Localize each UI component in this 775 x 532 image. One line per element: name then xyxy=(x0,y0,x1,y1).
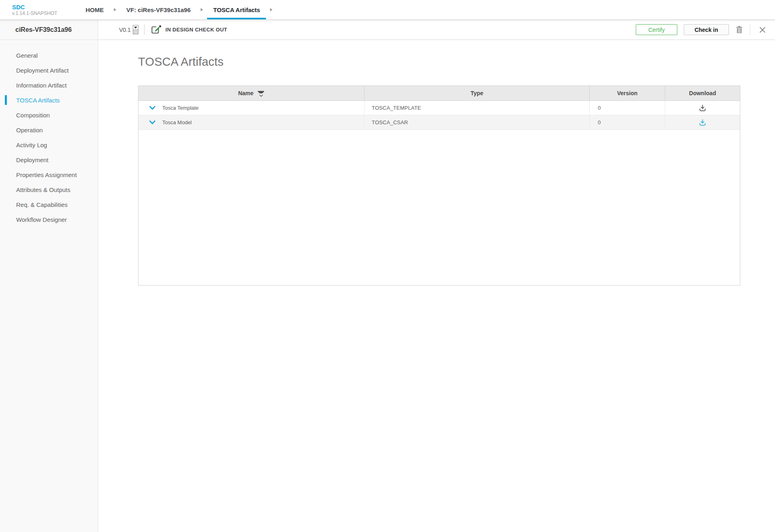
sidebar-item-workflow-designer[interactable]: Workflow Designer xyxy=(0,212,98,227)
lifecycle-status-label: IN DESIGN CHECK OUT xyxy=(165,27,227,33)
toolbar-divider xyxy=(750,24,750,35)
table-header-version: Version xyxy=(590,86,665,100)
workspace: V0.1 IN DESIGN CHECK OUT Certify Check i… xyxy=(98,20,775,532)
tosca-artifacts-page: TOSCA Artifacts Name Type Version Downlo… xyxy=(98,55,775,286)
sidebar-component-title: ciRes-VF39c31a96 xyxy=(0,20,98,40)
chevron-right-icon xyxy=(270,8,272,11)
delete-button[interactable] xyxy=(736,26,743,33)
download-button[interactable] xyxy=(698,104,707,113)
download-tray-icon xyxy=(699,104,706,112)
breadcrumb: HOME VF: ciRes-VF39c31a96 TOSCA Artifact… xyxy=(76,0,273,19)
sidebar-item-tosca-artifacts[interactable]: TOSCA Artifacts xyxy=(0,93,98,108)
version-label: V0.1 xyxy=(119,27,131,33)
sidebar-item-attributes-outputs[interactable]: Attributes & Outputs xyxy=(0,182,98,197)
sidebar-item-general[interactable]: General xyxy=(0,48,98,63)
breadcrumb-tosca-artifacts[interactable]: TOSCA Artifacts xyxy=(203,0,270,19)
close-button[interactable] xyxy=(759,27,766,33)
sidebar-menu: General Deployment Artifact Information … xyxy=(0,40,98,227)
sidebar: ciRes-VF39c31a96 General Deployment Arti… xyxy=(0,20,98,532)
row-expand-button[interactable] xyxy=(149,120,156,125)
sidebar-item-information-artifact[interactable]: Information Artifact xyxy=(0,78,98,93)
sidebar-item-deployment[interactable]: Deployment xyxy=(0,152,98,167)
artifact-type: TOSCA_CSAR xyxy=(364,115,590,129)
chevron-right-icon xyxy=(114,8,116,11)
table-header-type: Type xyxy=(364,86,590,100)
app-logo-name: SDC xyxy=(12,4,73,10)
table-header-download: Download xyxy=(665,86,740,100)
sidebar-item-composition[interactable]: Composition xyxy=(0,108,98,123)
app-logo: SDC v.1.14.1-SNAPSHOT xyxy=(12,0,73,19)
table-empty-area xyxy=(138,130,740,285)
table-header-row: Name Type Version Download xyxy=(138,86,740,101)
page-title: TOSCA Artifacts xyxy=(138,55,775,69)
download-tray-icon xyxy=(699,119,706,126)
edit-pencil-icon xyxy=(151,25,161,35)
toolbar-divider xyxy=(144,24,145,35)
sidebar-item-properties-assignment[interactable]: Properties Assignment xyxy=(0,167,98,182)
artifact-type: TOSCA_TEMPLATE xyxy=(364,101,590,115)
table-header-name[interactable]: Name xyxy=(138,86,364,100)
download-button[interactable] xyxy=(698,118,707,127)
chevron-right-icon xyxy=(201,8,203,11)
artifact-version: 0 xyxy=(590,101,665,115)
close-icon xyxy=(759,27,766,33)
check-in-button[interactable]: Check in xyxy=(684,24,729,35)
artifact-name-cell: Tosca Model xyxy=(138,115,364,129)
artifact-name-cell: Tosca Template xyxy=(138,101,364,115)
breadcrumb-vf[interactable]: VF: ciRes-VF39c31a96 xyxy=(117,0,200,19)
tosca-artifacts-table: Name Type Version Download xyxy=(138,86,740,286)
certify-button[interactable]: Certify xyxy=(636,24,677,35)
artifact-name: Tosca Template xyxy=(162,105,199,111)
sidebar-item-operation[interactable]: Operation xyxy=(0,123,98,138)
sidebar-item-req-capabilities[interactable]: Req. & Capabilities xyxy=(0,197,98,212)
row-expand-button[interactable] xyxy=(149,106,156,111)
chevron-down-icon xyxy=(149,120,156,125)
breadcrumb-home[interactable]: HOME xyxy=(76,0,113,19)
version-stepper[interactable] xyxy=(133,25,138,34)
top-bar: SDC v.1.14.1-SNAPSHOT HOME VF: ciRes-VF3… xyxy=(0,0,775,20)
app-version: v.1.14.1-SNAPSHOT xyxy=(12,10,73,16)
sidebar-item-deployment-artifact[interactable]: Deployment Artifact xyxy=(0,63,98,78)
chevron-down-icon xyxy=(149,106,156,111)
table-row: Tosca Model TOSCA_CSAR 0 xyxy=(138,115,740,130)
version-stepper-arrow xyxy=(133,25,138,29)
download-cell xyxy=(665,101,740,115)
sidebar-item-activity-log[interactable]: Activity Log xyxy=(0,138,98,152)
download-cell xyxy=(665,115,740,129)
trash-icon xyxy=(736,26,743,33)
table-row: Tosca Template TOSCA_TEMPLATE 0 xyxy=(138,101,740,115)
workspace-toolbar: V0.1 IN DESIGN CHECK OUT Certify Check i… xyxy=(98,20,775,40)
artifact-version: 0 xyxy=(590,115,665,129)
artifact-name: Tosca Model xyxy=(162,119,192,125)
funnel-sort-icon xyxy=(258,91,264,97)
